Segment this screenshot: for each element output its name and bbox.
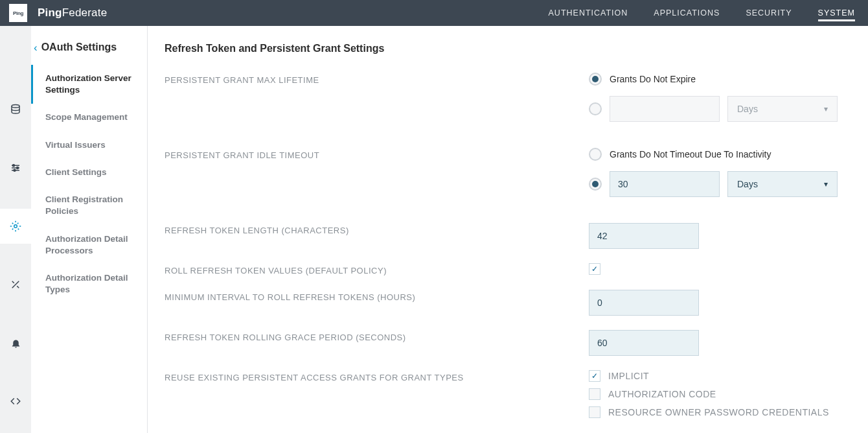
row-idle-timeout: PERSISTENT GRANT IDLE TIMEOUT Grants Do …: [165, 148, 851, 197]
label-refresh-length: REFRESH TOKEN LENGTH (CHARACTERS): [165, 223, 589, 235]
checkbox-label-implicit: IMPLICIT: [608, 371, 649, 381]
select-idle-timeout-unit[interactable]: Days ▾: [727, 171, 838, 197]
sidebar-item-client-settings[interactable]: Client Settings: [31, 159, 147, 186]
row-roll-values: ROLL REFRESH TOKEN VALUES (DEFAULT POLIC…: [165, 263, 851, 275]
input-min-interval[interactable]: [589, 290, 699, 316]
main-content: Refresh Token and Persistent Grant Setti…: [148, 26, 868, 433]
row-min-interval: MINIMUM INTERVAL TO ROLL REFRESH TOKENS …: [165, 290, 851, 316]
brand-logo-square: Ping: [9, 4, 27, 22]
sidebar-item-scope-management[interactable]: Scope Management: [31, 104, 147, 131]
input-max-lifetime[interactable]: [610, 96, 720, 122]
label-grace-period: REFRESH TOKEN ROLLING GRACE PERIOD (SECO…: [165, 330, 589, 342]
checkbox-implicit[interactable]: ✓: [589, 370, 600, 382]
svg-point-4: [13, 165, 15, 167]
top-nav: AUTHENTICATION APPLICATIONS SECURITY SYS…: [549, 5, 855, 21]
row-refresh-length: REFRESH TOKEN LENGTH (CHARACTERS): [165, 223, 851, 249]
svg-point-0: [12, 105, 19, 108]
sidebar-back[interactable]: ‹ OAuth Settings: [31, 39, 147, 65]
section-title: Refresh Token and Persistent Grant Setti…: [165, 43, 851, 54]
bell-icon[interactable]: [9, 336, 22, 349]
sidebar-item-auth-server-settings[interactable]: Authorization Server Settings: [31, 65, 147, 104]
radio-label-no-expire: Grants Do Not Expire: [610, 74, 696, 84]
radio-grants-no-timeout[interactable]: [589, 148, 602, 161]
label-reuse-grants: REUSE EXISTING PERSISTENT ACCESS GRANTS …: [165, 370, 589, 382]
gear-icon[interactable]: [9, 220, 22, 233]
nav-security[interactable]: SECURITY: [746, 5, 792, 21]
top-header: Ping PingFederate AUTHENTICATION APPLICA…: [0, 0, 868, 26]
radio-label-no-timeout: Grants Do Not Timeout Due To Inactivity: [610, 149, 771, 159]
label-min-interval: MINIMUM INTERVAL TO ROLL REFRESH TOKENS …: [165, 290, 589, 302]
label-max-lifetime: PERSISTENT GRANT MAX LIFETIME: [165, 73, 589, 85]
icon-rail: [0, 26, 31, 433]
nav-applications[interactable]: APPLICATIONS: [654, 5, 720, 21]
sidebar-item-auth-detail-types[interactable]: Authorization Detail Types: [31, 264, 147, 303]
label-idle-timeout: PERSISTENT GRANT IDLE TIMEOUT: [165, 148, 589, 160]
radio-max-lifetime-value[interactable]: [589, 102, 602, 115]
checkbox-roll-values[interactable]: ✓: [589, 263, 600, 275]
checkbox-label-auth-code: AUTHORIZATION CODE: [608, 389, 716, 399]
radio-grants-do-not-expire[interactable]: [589, 73, 602, 86]
code-icon[interactable]: [9, 395, 22, 408]
sidebar-item-auth-detail-processors[interactable]: Authorization Detail Processors: [31, 226, 147, 264]
chevron-left-icon: ‹: [34, 42, 38, 53]
database-icon[interactable]: [9, 103, 22, 116]
checkbox-authorization-code[interactable]: ✓: [589, 388, 600, 400]
radio-idle-timeout-value[interactable]: [589, 178, 602, 191]
chevron-down-icon: ▾: [824, 104, 828, 113]
select-max-lifetime-unit[interactable]: Days ▾: [727, 96, 838, 122]
row-max-lifetime: PERSISTENT GRANT MAX LIFETIME Grants Do …: [165, 73, 851, 122]
svg-point-7: [14, 225, 17, 228]
sidebar: ‹ OAuth Settings Authorization Server Se…: [31, 26, 148, 433]
row-reuse-grants: REUSE EXISTING PERSISTENT ACCESS GRANTS …: [165, 370, 851, 418]
checkbox-ropc[interactable]: ✓: [589, 406, 600, 418]
label-roll-values: ROLL REFRESH TOKEN VALUES (DEFAULT POLIC…: [165, 263, 589, 275]
brand-logo-text: PingFederate: [38, 6, 107, 19]
svg-point-6: [14, 169, 16, 171]
sidebar-item-virtual-issuers[interactable]: Virtual Issuers: [31, 132, 147, 159]
checkbox-label-ropc: RESOURCE OWNER PASSWORD CREDENTIALS: [608, 407, 829, 417]
nav-authentication[interactable]: AUTHENTICATION: [549, 5, 628, 21]
chevron-down-icon: ▾: [824, 180, 828, 189]
nav-system[interactable]: SYSTEM: [818, 5, 855, 21]
tools-icon[interactable]: [9, 278, 22, 291]
sliders-icon[interactable]: [9, 161, 22, 174]
svg-point-5: [17, 167, 19, 169]
sidebar-item-client-registration-policies[interactable]: Client Registration Policies: [31, 186, 147, 225]
input-grace-period[interactable]: [589, 330, 699, 356]
input-idle-timeout[interactable]: [610, 171, 720, 197]
row-grace-period: REFRESH TOKEN ROLLING GRACE PERIOD (SECO…: [165, 330, 851, 356]
input-refresh-length[interactable]: [589, 223, 699, 249]
